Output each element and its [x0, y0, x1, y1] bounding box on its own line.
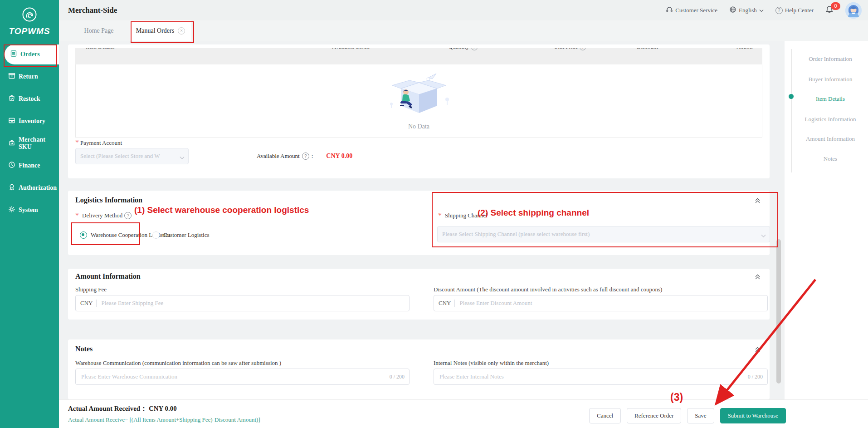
sidebar-item-orders[interactable]: Orders: [5, 44, 59, 64]
logistics-title: Logistics Information: [75, 196, 142, 204]
tab-bar: Home Page Manual Orders ×: [59, 20, 868, 41]
inventory-drawer-icon: [8, 117, 15, 126]
collapse-icon[interactable]: [755, 273, 761, 281]
col-quantity: Quantity?: [449, 48, 478, 50]
no-data-label: No Data: [408, 123, 429, 130]
shipping-fee-input[interactable]: [100, 299, 405, 307]
page-title: Merchant-Side: [68, 6, 117, 15]
required-marker: *: [75, 138, 79, 146]
delivery-method-label: *Delivery Method ?: [75, 212, 132, 220]
reference-order-button[interactable]: Reference Order: [627, 408, 681, 423]
help-center-button[interactable]: ? Help Center: [775, 7, 814, 14]
question-circle-icon: ?: [124, 212, 132, 219]
chevron-down-icon: [761, 232, 766, 240]
notes-card: Notes Warehouse Communication (communica…: [68, 339, 770, 399]
tab-manual-orders[interactable]: Manual Orders ×: [130, 20, 191, 41]
notes-title: Notes: [75, 345, 93, 353]
sidebar-item-system[interactable]: System: [0, 200, 59, 220]
sidebar-item-label: Orders: [20, 51, 40, 58]
col-unit-price: Unit Price?: [554, 48, 586, 50]
warehouse-communication-input[interactable]: [80, 373, 386, 381]
radio-selected-icon[interactable]: [80, 231, 87, 239]
logistics-card: Logistics Information *Delivery Method ?…: [68, 191, 770, 255]
col-item-details: Item Details: [86, 48, 115, 50]
sidebar-item-label: Merchant SKU: [19, 136, 59, 151]
help-center-label: Help Center: [785, 7, 814, 14]
discount-amount-input[interactable]: [458, 299, 763, 307]
globe-icon: [729, 6, 736, 15]
no-data-illustration: [385, 71, 453, 120]
sidebar-item-label: Return: [19, 73, 38, 80]
shipping-fee-label: Shipping Fee: [75, 286, 107, 293]
shipping-channel-select[interactable]: Please Select Shipping Channel (please s…: [437, 226, 770, 242]
anchor-logistics-information[interactable]: Logistics Information: [796, 116, 864, 123]
available-amount-row: Available Amount ? : CNY 0.00: [257, 153, 352, 160]
logo: TOPWMS: [0, 6, 59, 36]
tab-label: Manual Orders: [136, 27, 174, 34]
footer-bar: Actual Amount Received： CNY 0.00 Actual …: [59, 399, 868, 428]
notifications-button[interactable]: 0: [825, 5, 834, 15]
save-button[interactable]: Save: [687, 408, 714, 423]
vertical-scrollbar[interactable]: [776, 239, 781, 384]
discount-amount-label: Discount Amount (The discount amount inv…: [434, 286, 662, 293]
submit-to-warehouse-button[interactable]: Submit to Warehouse: [720, 408, 786, 423]
cancel-button[interactable]: Cancel: [589, 408, 621, 423]
restock-bag-icon: [8, 94, 15, 103]
notification-badge: 0: [831, 2, 840, 10]
internal-notes-input[interactable]: [439, 373, 744, 381]
close-tab-icon[interactable]: ×: [178, 27, 185, 34]
language-selector[interactable]: English: [729, 6, 764, 15]
anchor-item-details[interactable]: Item Details: [796, 95, 864, 103]
anchor-active-dot: [789, 94, 794, 99]
sidebar-item-authorization[interactable]: Authorization: [0, 178, 59, 198]
warehouse-communication-input-box: 0 / 200: [75, 369, 410, 385]
anchor-notes[interactable]: Notes: [796, 155, 864, 162]
col-available-stock: Available Stock: [332, 48, 369, 50]
radio-unselected-icon[interactable]: [152, 231, 160, 239]
question-circle-icon: ?: [302, 153, 309, 160]
info-icon: ?: [471, 48, 478, 50]
radio-customer-logistics[interactable]: Customer Logistics: [152, 231, 209, 239]
merchant-sku-bag-icon: [8, 139, 15, 148]
internal-notes-input-box: 0 / 200: [434, 369, 768, 385]
collapse-icon[interactable]: [755, 197, 761, 205]
footer-buttons: Cancel Reference Order Save Submit to Wa…: [589, 408, 786, 423]
sidebar-item-label: Restock: [19, 95, 40, 103]
chevron-down-icon: [759, 7, 764, 14]
shipping-fee-input-box: CNY: [75, 295, 410, 311]
sidebar-item-merchant-sku[interactable]: Merchant SKU: [0, 133, 59, 153]
anchor-amount-information[interactable]: Amount Information: [796, 135, 864, 143]
sidebar-item-restock[interactable]: Restock: [0, 89, 59, 109]
logo-text: TOPWMS: [0, 26, 59, 36]
customer-service-button[interactable]: Customer Service: [666, 6, 717, 15]
anchor-nav-line: [791, 49, 792, 172]
radio-label: Customer Logistics: [163, 231, 209, 239]
amount-title: Amount Information: [75, 272, 141, 280]
system-gear-icon: [8, 206, 15, 215]
elephant-logo-icon: [21, 16, 38, 24]
sidebar-item-inventory[interactable]: Inventory: [0, 111, 59, 131]
warehouse-communication-label: Warehouse Communication (communication i…: [75, 359, 281, 367]
char-counter: 0 / 200: [748, 374, 763, 380]
sidebar-item-label: Finance: [19, 162, 40, 169]
user-avatar[interactable]: [845, 2, 862, 19]
char-counter: 0 / 200: [390, 374, 405, 380]
items-table-body: No Data: [75, 64, 762, 138]
anchor-order-information[interactable]: Order Information: [796, 55, 864, 63]
sidebar-menu: Orders Return Restock Inventory Merchant…: [0, 44, 59, 220]
payment-account-select[interactable]: Select (Please Select Store and W: [75, 148, 189, 164]
sidebar-item-label: System: [19, 207, 38, 214]
top-header: Merchant-Side Customer Service English ?…: [59, 0, 868, 20]
sidebar-item-finance[interactable]: Finance: [0, 156, 59, 176]
orders-clipboard-icon: [10, 50, 17, 59]
sidebar-item-label: Inventory: [19, 118, 45, 125]
sidebar-item-return[interactable]: Return: [0, 67, 59, 87]
header-actions: Customer Service English ? Help Center 0: [666, 2, 862, 19]
chevron-down-icon: [180, 154, 185, 162]
anchor-buyer-information[interactable]: Buyer Information: [796, 76, 864, 83]
shipping-channel-label: *Shipping Channel: [438, 212, 488, 220]
item-details-card: Item Details Available Stock Quantity? U…: [68, 44, 770, 178]
collapse-icon[interactable]: [755, 346, 761, 354]
tab-home-page[interactable]: Home Page: [68, 20, 130, 41]
amount-card: Amount Information Shipping Fee CNY Disc…: [68, 269, 770, 320]
